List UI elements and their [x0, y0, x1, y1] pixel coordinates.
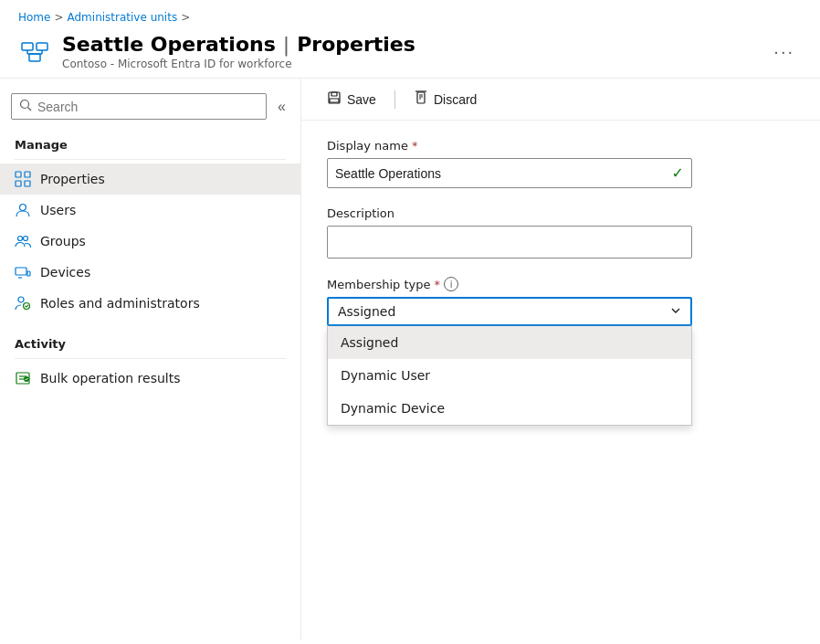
toolbar: Save Discard	[301, 79, 820, 121]
header: Home > Administrative units > Seattle Op…	[0, 0, 820, 79]
dropdown-option-dynamic-device[interactable]: Dynamic Device	[328, 392, 691, 425]
manage-section-label: Manage	[0, 127, 300, 155]
membership-type-menu: Assigned Dynamic User Dynamic Device	[327, 326, 692, 426]
svg-rect-12	[25, 181, 30, 186]
breadcrumb-sep2: >	[181, 11, 190, 24]
sidebar-item-properties-label: Properties	[40, 172, 105, 186]
svg-rect-24	[329, 92, 340, 103]
display-name-input[interactable]	[335, 166, 672, 181]
manage-divider	[15, 159, 286, 160]
svg-point-18	[18, 297, 24, 302]
breadcrumb-sep1: >	[54, 11, 63, 24]
membership-type-dropdown[interactable]: Assigned Assigned Dynamic User Dynamic D…	[327, 297, 692, 326]
users-icon	[15, 202, 31, 218]
svg-rect-0	[22, 43, 33, 50]
search-icon	[19, 99, 32, 114]
roles-icon	[15, 295, 31, 311]
discard-button[interactable]: Discard	[406, 86, 484, 112]
sidebar-item-devices[interactable]: Devices	[0, 257, 300, 288]
membership-type-trigger[interactable]: Assigned	[327, 297, 692, 326]
page-title-section: Properties	[297, 33, 415, 56]
membership-type-group: Membership type * i Assigned Ass	[327, 277, 794, 326]
save-label: Save	[347, 92, 376, 107]
save-button[interactable]: Save	[320, 86, 384, 112]
form-content: Display name * ✓ Description Membership …	[301, 121, 820, 640]
bulk-ops-icon	[15, 370, 31, 386]
page-title-name: Seattle Operations	[62, 33, 276, 56]
sidebar-item-users-label: Users	[40, 203, 76, 217]
svg-point-14	[18, 237, 23, 241]
description-group: Description	[327, 206, 794, 259]
svg-rect-16	[16, 268, 26, 275]
page-subtitle: Contoso - Microsoft Entra ID for workfor…	[62, 58, 415, 70]
discard-label: Discard	[434, 92, 477, 107]
sidebar-item-properties[interactable]: Properties	[0, 164, 300, 195]
svg-rect-2	[29, 54, 40, 61]
main-layout: « Manage Properties	[0, 79, 820, 640]
activity-divider	[15, 358, 286, 359]
page-icon	[18, 36, 51, 69]
svg-rect-1	[37, 43, 47, 50]
sidebar-item-bulk-ops-label: Bulk operation results	[40, 371, 181, 385]
display-name-group: Display name * ✓	[327, 139, 794, 188]
display-name-check-icon: ✓	[672, 164, 684, 182]
sidebar-item-bulk-ops[interactable]: Bulk operation results	[0, 363, 300, 394]
main-content: Save Discard	[301, 79, 820, 640]
activity-section-label: Activity	[0, 326, 300, 354]
more-options-button[interactable]: ···	[766, 37, 802, 66]
svg-rect-27	[417, 92, 425, 103]
display-name-input-container[interactable]: ✓	[327, 158, 692, 188]
svg-rect-25	[331, 92, 337, 96]
membership-type-label: Membership type * i	[327, 277, 794, 291]
search-box[interactable]	[11, 93, 267, 120]
sidebar-item-devices-label: Devices	[40, 265, 90, 280]
discard-icon	[414, 90, 428, 108]
display-name-label: Display name *	[327, 139, 794, 153]
sidebar-item-roles[interactable]: Roles and administrators	[0, 288, 300, 319]
breadcrumb-home[interactable]: Home	[18, 11, 50, 24]
dropdown-option-assigned[interactable]: Assigned	[328, 326, 691, 359]
membership-type-value: Assigned	[338, 304, 395, 319]
sidebar: « Manage Properties	[0, 79, 301, 640]
groups-icon	[15, 233, 31, 249]
membership-type-required: *	[435, 278, 441, 291]
description-label: Description	[327, 206, 794, 220]
collapse-button[interactable]: «	[274, 95, 289, 119]
dropdown-chevron-icon	[670, 304, 681, 319]
title-separator: |	[283, 33, 289, 56]
svg-point-13	[20, 205, 26, 211]
page-title-group: Seattle Operations | Properties Contoso …	[62, 33, 415, 70]
breadcrumb-admin-units[interactable]: Administrative units	[68, 11, 178, 24]
devices-icon	[15, 264, 31, 280]
svg-point-15	[24, 237, 28, 241]
search-input[interactable]	[37, 100, 258, 114]
membership-type-info-icon[interactable]: i	[444, 277, 458, 291]
breadcrumb: Home > Administrative units >	[18, 11, 802, 24]
svg-rect-26	[330, 99, 339, 102]
display-name-required: *	[412, 139, 418, 153]
toolbar-separator	[394, 90, 395, 109]
description-input[interactable]	[327, 226, 692, 259]
dropdown-option-dynamic-user[interactable]: Dynamic User	[328, 359, 691, 392]
sidebar-item-groups-label: Groups	[40, 234, 86, 248]
sidebar-item-groups[interactable]: Groups	[0, 226, 300, 257]
sidebar-item-roles-label: Roles and administrators	[40, 296, 200, 311]
sidebar-item-users[interactable]: Users	[0, 195, 300, 226]
save-icon	[327, 90, 342, 108]
properties-icon	[15, 171, 31, 187]
svg-rect-11	[16, 181, 21, 186]
svg-line-8	[28, 108, 32, 111]
svg-rect-9	[16, 172, 21, 177]
svg-point-7	[21, 100, 29, 109]
svg-rect-10	[25, 172, 30, 177]
search-container: «	[0, 86, 300, 127]
